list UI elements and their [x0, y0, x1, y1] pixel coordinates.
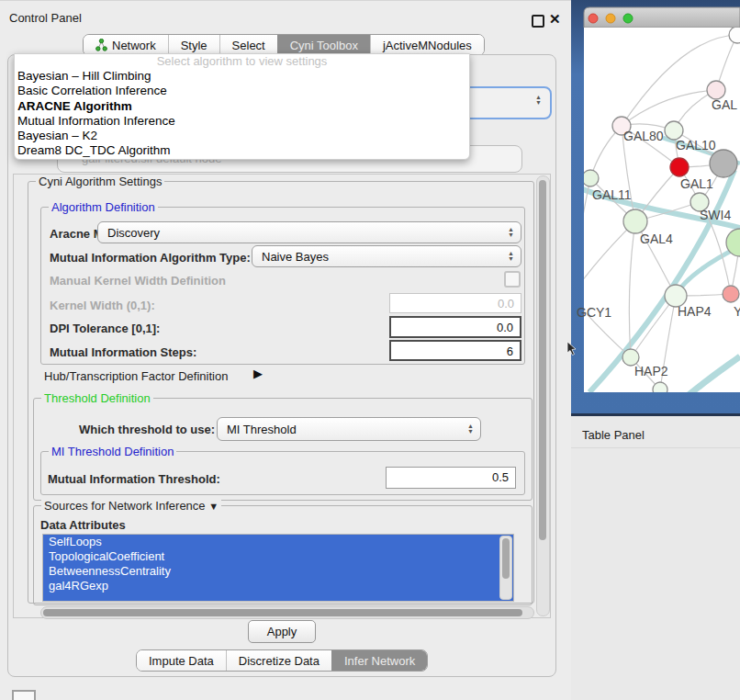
node-label: HAP4: [678, 304, 712, 319]
app-root: Control Panel ✕ Network Style Select: [0, 0, 740, 700]
combo-spinner-icon: ▲▼: [501, 251, 521, 262]
dropdown-item[interactable]: Basic Correlation Inference: [15, 84, 469, 98]
mi-threshold-field[interactable]: 0.5: [386, 467, 516, 489]
node-gal10[interactable]: [665, 121, 683, 140]
table-panel: Table Panel ⚙ ☑☑ ☐☐ shared... name A YDL…: [571, 416, 740, 700]
kernel-width-field[interactable]: 0.0: [389, 293, 521, 313]
dropdown-item[interactable]: Bayesian – Hill Climbing: [15, 69, 469, 84]
which-threshold-combo[interactable]: MI Threshold ▲▼: [217, 417, 481, 441]
combo-spinner-icon: ▲▼: [501, 227, 521, 238]
close-panel-icon[interactable]: ✕: [549, 11, 561, 28]
which-threshold-label: Which threshold to use:: [79, 423, 215, 436]
node-label: GCY1: [577, 305, 611, 320]
data-attributes-label: Data Attributes: [40, 518, 126, 532]
float-window-icon[interactable]: [532, 15, 544, 28]
aracne-mode-combo[interactable]: Discovery ▲▼: [97, 221, 521, 243]
settings-vscrollbar[interactable]: [536, 175, 550, 616]
tab-network-label: Network: [112, 39, 156, 52]
dpi-tolerance-label: DPI Tolerance [0,1]:: [50, 322, 160, 335]
attribute-list-scrollbar-thumb[interactable]: [502, 538, 510, 579]
mi-steps-label: Mutual Information Steps:: [50, 345, 196, 359]
tab-discretize-data[interactable]: Discretize Data: [226, 650, 331, 671]
mi-algorithm-type-combo[interactable]: Naive Bayes ▲▼: [252, 245, 521, 267]
tab-select[interactable]: Select: [219, 35, 277, 55]
dropdown-item[interactable]: Bayesian – K2: [15, 129, 469, 143]
control-panel: Control Panel ✕ Network Style Select: [0, 0, 571, 700]
node[interactable]: [729, 27, 740, 43]
kernel-width-label: Kernel Width (0,1):: [50, 299, 155, 312]
settings-hscrollbar[interactable]: [40, 606, 534, 619]
network-view-window[interactable]: GAL GAL80 GAL10 GAL1 GAL11 SWI4 GAL4 GCY…: [571, 0, 740, 418]
node-label: SWI4: [700, 208, 731, 222]
node-gal1-selected[interactable]: [670, 158, 689, 176]
manual-kernel-width-checkbox[interactable]: [504, 271, 521, 288]
attribute-item[interactable]: TopologicalCoefficient: [43, 549, 513, 564]
settings-vscrollbar-thumb[interactable]: [539, 180, 546, 540]
minimize-window-icon[interactable]: [606, 14, 615, 23]
close-window-icon[interactable]: [589, 14, 598, 23]
algorithm-dropdown-list: Select algorithm to view settings Bayesi…: [14, 53, 470, 160]
control-panel-title: Control Panel: [9, 11, 82, 25]
node-label: GAL: [712, 97, 737, 112]
algorithm-definition-title: Algorithm Definition: [49, 200, 158, 214]
dropdown-item[interactable]: Mutual Information Inference: [15, 114, 469, 129]
expand-arrow-icon[interactable]: ▶: [253, 367, 263, 380]
node-gal4[interactable]: [623, 209, 647, 233]
dropdown-item[interactable]: Dream8 DC_TDC Algorithm: [15, 143, 469, 158]
node-label: Y: [734, 304, 740, 319]
clipped-bottom-button[interactable]: [12, 690, 36, 700]
node-label: GAL11: [592, 187, 632, 202]
mouse-cursor: [566, 341, 577, 356]
combo-spinner-icon: ▲▼: [529, 95, 548, 106]
tab-cyni-toolbox[interactable]: Cyni Toolbox: [277, 35, 370, 55]
node-label: GAL4: [640, 231, 673, 246]
node-label: GAL80: [623, 129, 664, 143]
hub-definition-label: Hub/Transcription Factor Definition: [44, 369, 228, 383]
mi-threshold-label: Mutual Information Threshold:: [48, 472, 220, 486]
node-label: GAL10: [676, 138, 716, 152]
tab-infer-network[interactable]: Infer Network: [331, 650, 427, 671]
node-label: HAP2: [634, 364, 668, 378]
node-label: GAL1: [680, 176, 713, 191]
sources-title: Sources for Network Inference ▼: [41, 499, 221, 513]
tab-network[interactable]: Network: [84, 35, 168, 55]
mi-threshold-definition-title: MI Threshold Definition: [49, 445, 176, 458]
attribute-item[interactable]: gal4RGexp: [43, 579, 513, 593]
manual-kernel-width-label: Manual Kernel Width Definition: [50, 274, 226, 288]
attribute-item[interactable]: SelfLoops: [43, 535, 513, 549]
mi-algorithm-type-label: Mutual Information Algorithm Type:: [50, 251, 251, 265]
threshold-definition-title: Threshold Definition: [41, 391, 153, 405]
attribute-list-scrollbar[interactable]: [499, 536, 512, 600]
node-gal11[interactable]: [582, 170, 599, 186]
data-attributes-list[interactable]: SelfLoops TopologicalCoefficient Between…: [42, 534, 514, 602]
dpi-tolerance-field[interactable]: 0.0: [389, 316, 521, 338]
table-panel-title: Table Panel: [582, 428, 645, 442]
zoom-window-icon[interactable]: [623, 14, 633, 23]
node[interactable]: [707, 81, 725, 99]
settings-hscrollbar-thumb[interactable]: [43, 609, 522, 616]
cyni-algorithm-settings-title: Cyni Algorithm Settings: [36, 175, 164, 188]
mi-steps-field[interactable]: 6: [389, 340, 521, 361]
dropdown-item-selected[interactable]: ARACNE Algorithm: [15, 99, 469, 114]
node-gray[interactable]: [710, 150, 737, 177]
combo-spinner-icon: ▲▼: [461, 423, 480, 435]
bottom-tabbar: Impute Data Discretize Data Infer Networ…: [136, 649, 428, 672]
tab-style[interactable]: Style: [168, 35, 219, 55]
network-icon: [95, 39, 107, 51]
apply-button[interactable]: Apply: [248, 620, 316, 643]
attribute-item[interactable]: BetweennessCentrality: [43, 564, 513, 579]
tab-jactivemnodules[interactable]: jActiveMNodules: [370, 35, 484, 55]
tab-impute-data[interactable]: Impute Data: [137, 650, 226, 671]
node-salmon[interactable]: [723, 286, 739, 302]
dropdown-prompt: Select algorithm to view settings: [15, 54, 469, 69]
collapse-arrow-icon[interactable]: ▼: [208, 501, 219, 512]
